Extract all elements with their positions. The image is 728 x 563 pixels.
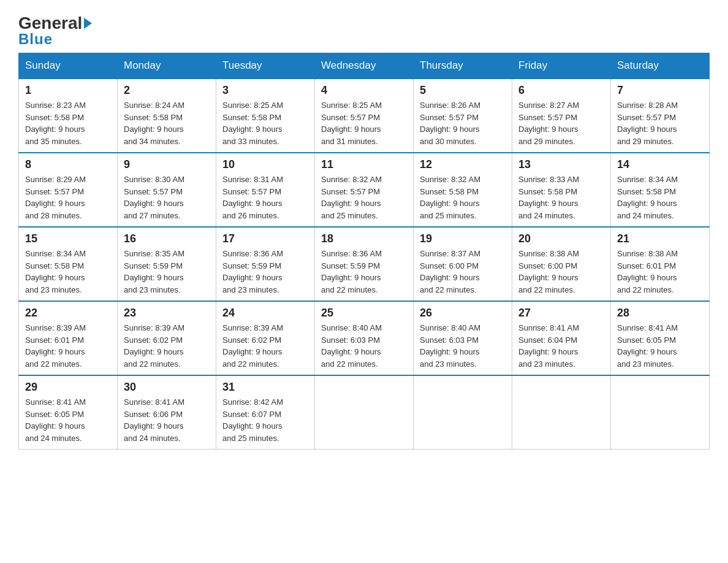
day-info: Sunrise: 8:32 AMSunset: 5:57 PMDaylight:…	[321, 174, 407, 221]
day-cell: 26Sunrise: 8:40 AMSunset: 6:03 PMDayligh…	[414, 301, 512, 375]
day-cell: 9Sunrise: 8:30 AMSunset: 5:57 PMDaylight…	[118, 153, 216, 227]
day-info: Sunrise: 8:39 AMSunset: 6:02 PMDaylight:…	[124, 322, 210, 370]
day-cell: 27Sunrise: 8:41 AMSunset: 6:04 PMDayligh…	[512, 301, 611, 375]
week-row-2: 8Sunrise: 8:29 AMSunset: 5:57 PMDaylight…	[19, 153, 710, 227]
day-cell: 7Sunrise: 8:28 AMSunset: 5:57 PMDaylight…	[611, 79, 710, 153]
day-info: Sunrise: 8:41 AMSunset: 6:05 PMDaylight:…	[25, 396, 111, 444]
day-cell: 29Sunrise: 8:41 AMSunset: 6:05 PMDayligh…	[19, 375, 118, 450]
day-cell: 6Sunrise: 8:27 AMSunset: 5:57 PMDaylight…	[512, 79, 611, 153]
day-number: 23	[124, 307, 210, 320]
day-info: Sunrise: 8:40 AMSunset: 6:03 PMDaylight:…	[420, 322, 506, 370]
weekday-header-monday: Monday	[118, 53, 216, 79]
logo-general: General	[18, 15, 92, 32]
day-info: Sunrise: 8:33 AMSunset: 5:58 PMDaylight:…	[518, 174, 604, 221]
weekday-header-friday: Friday	[512, 53, 611, 79]
day-cell: 22Sunrise: 8:39 AMSunset: 6:01 PMDayligh…	[19, 301, 118, 375]
day-number: 3	[222, 84, 308, 97]
logo-blue: Blue	[18, 32, 92, 47]
logo: General Blue	[18, 12, 92, 47]
day-info: Sunrise: 8:28 AMSunset: 5:57 PMDaylight:…	[617, 99, 703, 147]
day-number: 6	[518, 84, 604, 97]
day-number: 20	[518, 232, 604, 245]
day-cell: 19Sunrise: 8:37 AMSunset: 6:00 PMDayligh…	[414, 227, 512, 301]
day-cell: 12Sunrise: 8:32 AMSunset: 5:58 PMDayligh…	[414, 153, 512, 227]
day-number: 19	[420, 232, 506, 245]
page-header: General Blue	[18, 12, 710, 47]
day-cell: 31Sunrise: 8:42 AMSunset: 6:07 PMDayligh…	[216, 375, 315, 450]
week-row-5: 29Sunrise: 8:41 AMSunset: 6:05 PMDayligh…	[19, 375, 710, 450]
day-cell: 3Sunrise: 8:25 AMSunset: 5:58 PMDaylight…	[216, 79, 315, 153]
day-cell: 30Sunrise: 8:41 AMSunset: 6:06 PMDayligh…	[118, 375, 216, 450]
day-cell: 18Sunrise: 8:36 AMSunset: 5:59 PMDayligh…	[315, 227, 414, 301]
day-number: 30	[124, 381, 210, 394]
day-cell: 14Sunrise: 8:34 AMSunset: 5:58 PMDayligh…	[611, 153, 710, 227]
day-number: 31	[222, 381, 308, 394]
day-number: 11	[321, 158, 407, 171]
day-number: 18	[321, 232, 407, 245]
day-info: Sunrise: 8:31 AMSunset: 5:57 PMDaylight:…	[222, 174, 308, 221]
day-cell: 2Sunrise: 8:24 AMSunset: 5:58 PMDaylight…	[118, 79, 216, 153]
day-cell: 16Sunrise: 8:35 AMSunset: 5:59 PMDayligh…	[118, 227, 216, 301]
day-number: 1	[25, 84, 111, 97]
week-row-1: 1Sunrise: 8:23 AMSunset: 5:58 PMDaylight…	[19, 79, 710, 153]
day-info: Sunrise: 8:25 AMSunset: 5:58 PMDaylight:…	[222, 99, 308, 147]
day-cell: 1Sunrise: 8:23 AMSunset: 5:58 PMDaylight…	[19, 79, 118, 153]
weekday-header-wednesday: Wednesday	[315, 53, 414, 79]
day-info: Sunrise: 8:23 AMSunset: 5:58 PMDaylight:…	[25, 99, 111, 147]
day-number: 25	[321, 307, 407, 320]
week-row-3: 15Sunrise: 8:34 AMSunset: 5:58 PMDayligh…	[19, 227, 710, 301]
day-number: 27	[518, 307, 604, 320]
day-cell: 17Sunrise: 8:36 AMSunset: 5:59 PMDayligh…	[216, 227, 315, 301]
day-info: Sunrise: 8:27 AMSunset: 5:57 PMDaylight:…	[518, 99, 604, 147]
week-row-4: 22Sunrise: 8:39 AMSunset: 6:01 PMDayligh…	[19, 301, 710, 375]
day-number: 12	[420, 158, 506, 171]
day-number: 22	[25, 307, 111, 320]
day-info: Sunrise: 8:34 AMSunset: 5:58 PMDaylight:…	[25, 248, 111, 296]
day-number: 5	[420, 84, 506, 97]
day-number: 4	[321, 84, 407, 97]
day-info: Sunrise: 8:37 AMSunset: 6:00 PMDaylight:…	[420, 248, 506, 296]
calendar-table: SundayMondayTuesdayWednesdayThursdayFrid…	[18, 53, 710, 450]
day-cell: 20Sunrise: 8:38 AMSunset: 6:00 PMDayligh…	[512, 227, 611, 301]
day-cell: 28Sunrise: 8:41 AMSunset: 6:05 PMDayligh…	[611, 301, 710, 375]
day-info: Sunrise: 8:39 AMSunset: 6:01 PMDaylight:…	[25, 322, 111, 370]
day-cell: 15Sunrise: 8:34 AMSunset: 5:58 PMDayligh…	[19, 227, 118, 301]
weekday-header-sunday: Sunday	[19, 53, 118, 79]
day-number: 29	[25, 381, 111, 394]
day-number: 2	[124, 84, 210, 97]
day-number: 14	[617, 158, 703, 171]
day-info: Sunrise: 8:36 AMSunset: 5:59 PMDaylight:…	[321, 248, 407, 296]
day-cell: 10Sunrise: 8:31 AMSunset: 5:57 PMDayligh…	[216, 153, 315, 227]
day-cell: 5Sunrise: 8:26 AMSunset: 5:57 PMDaylight…	[414, 79, 512, 153]
day-cell: 24Sunrise: 8:39 AMSunset: 6:02 PMDayligh…	[216, 301, 315, 375]
day-info: Sunrise: 8:29 AMSunset: 5:57 PMDaylight:…	[25, 174, 111, 221]
day-cell	[512, 375, 611, 450]
day-info: Sunrise: 8:35 AMSunset: 5:59 PMDaylight:…	[124, 248, 210, 296]
day-info: Sunrise: 8:39 AMSunset: 6:02 PMDaylight:…	[222, 322, 308, 370]
day-cell: 8Sunrise: 8:29 AMSunset: 5:57 PMDaylight…	[19, 153, 118, 227]
day-number: 26	[420, 307, 506, 320]
day-info: Sunrise: 8:38 AMSunset: 6:00 PMDaylight:…	[518, 248, 604, 296]
day-info: Sunrise: 8:25 AMSunset: 5:57 PMDaylight:…	[321, 99, 407, 147]
day-info: Sunrise: 8:34 AMSunset: 5:58 PMDaylight:…	[617, 174, 703, 221]
weekday-header-tuesday: Tuesday	[216, 53, 315, 79]
day-cell: 25Sunrise: 8:40 AMSunset: 6:03 PMDayligh…	[315, 301, 414, 375]
day-number: 9	[124, 158, 210, 171]
day-info: Sunrise: 8:30 AMSunset: 5:57 PMDaylight:…	[124, 174, 210, 221]
day-info: Sunrise: 8:42 AMSunset: 6:07 PMDaylight:…	[222, 396, 308, 444]
day-number: 21	[617, 232, 703, 245]
day-info: Sunrise: 8:41 AMSunset: 6:04 PMDaylight:…	[518, 322, 604, 370]
day-number: 10	[222, 158, 308, 171]
weekday-header-row: SundayMondayTuesdayWednesdayThursdayFrid…	[19, 53, 710, 79]
day-info: Sunrise: 8:41 AMSunset: 6:06 PMDaylight:…	[124, 396, 210, 444]
day-info: Sunrise: 8:38 AMSunset: 6:01 PMDaylight:…	[617, 248, 703, 296]
day-number: 28	[617, 307, 703, 320]
day-cell: 4Sunrise: 8:25 AMSunset: 5:57 PMDaylight…	[315, 79, 414, 153]
day-info: Sunrise: 8:36 AMSunset: 5:59 PMDaylight:…	[222, 248, 308, 296]
day-number: 17	[222, 232, 308, 245]
day-cell	[414, 375, 512, 450]
day-cell: 23Sunrise: 8:39 AMSunset: 6:02 PMDayligh…	[118, 301, 216, 375]
day-number: 7	[617, 84, 703, 97]
day-number: 24	[222, 307, 308, 320]
day-info: Sunrise: 8:41 AMSunset: 6:05 PMDaylight:…	[617, 322, 703, 370]
